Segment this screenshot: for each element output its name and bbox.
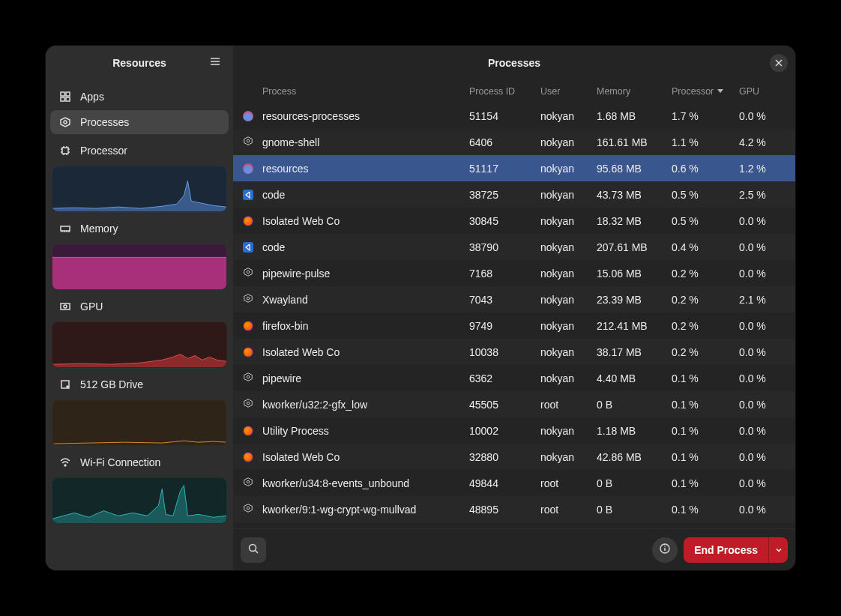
ram-icon xyxy=(59,223,71,235)
grid-icon xyxy=(59,91,71,103)
end-process-button[interactable]: End Process xyxy=(684,537,768,563)
table-row[interactable]: Utility Process10002nokyan1.18 MB0.1 %0.… xyxy=(233,417,795,444)
table-row[interactable]: code38725nokyan43.73 MB0.5 %2.5 % xyxy=(233,181,795,208)
main-header: Processes xyxy=(233,46,795,80)
process-gpu: 0.0 % xyxy=(739,451,792,463)
table-row[interactable]: kworker/9:1-wg-crypt-wg-mullvad48895root… xyxy=(233,496,795,522)
process-memory: 95.68 MB xyxy=(597,163,672,175)
process-gpu: 2.5 % xyxy=(739,189,792,201)
process-pid: 6406 xyxy=(469,136,540,148)
process-memory: 0 B xyxy=(597,399,672,411)
sidebar: Resources Apps Processes xyxy=(46,46,233,570)
svg-rect-26 xyxy=(61,304,70,309)
sidebar-item-gpu[interactable]: GPU xyxy=(50,295,229,368)
process-cpu: 0.4 % xyxy=(672,241,739,253)
process-memory: 42.86 MB xyxy=(597,451,672,463)
column-processor[interactable]: Processor xyxy=(672,86,739,97)
process-cpu: 1.7 % xyxy=(672,110,739,122)
process-gpu: 0.0 % xyxy=(739,346,792,358)
close-button[interactable] xyxy=(770,54,788,72)
end-process-split-button: End Process xyxy=(684,537,788,563)
process-memory: 15.06 MB xyxy=(597,268,672,280)
column-user[interactable]: User xyxy=(540,86,597,97)
svg-marker-48 xyxy=(244,504,253,513)
menu-button[interactable] xyxy=(205,52,226,73)
process-pid: 7168 xyxy=(469,268,540,280)
svg-marker-46 xyxy=(244,478,253,486)
firefox-icon xyxy=(243,216,253,226)
svg-marker-28 xyxy=(52,354,226,367)
sidebar-item-drive[interactable]: 512 GB Drive xyxy=(50,372,229,446)
sidebar-label: Apps xyxy=(80,91,104,103)
gpu-chart xyxy=(52,321,227,368)
table-row[interactable]: gnome-shell6406nokyan161.61 MB1.1 %4.2 % xyxy=(233,129,795,155)
column-gpu[interactable]: GPU xyxy=(739,86,792,97)
process-pid: 45505 xyxy=(469,399,540,411)
table-row[interactable]: kworker/u34:8-events_unbound49844root0 B… xyxy=(233,470,795,496)
end-process-dropdown[interactable] xyxy=(768,537,788,563)
table-header: Process Process ID User Memory Processor… xyxy=(233,80,795,103)
firefox-icon xyxy=(243,452,253,462)
table-row[interactable]: resources51117nokyan95.68 MB0.6 %1.2 % xyxy=(233,155,795,181)
process-memory: 23.39 MB xyxy=(597,294,672,306)
process-pid: 38790 xyxy=(469,241,540,253)
process-pid: 51154 xyxy=(469,110,540,122)
process-cpu: 0.2 % xyxy=(672,346,739,358)
sidebar-title: Resources xyxy=(112,57,166,69)
table-row[interactable]: Xwayland7043nokyan23.39 MB0.2 %2.1 % xyxy=(233,286,795,312)
app-window: Resources Apps Processes xyxy=(46,46,795,570)
vscode-icon xyxy=(243,242,253,253)
process-gpu: 0.0 % xyxy=(739,477,792,489)
process-name: resources-processes xyxy=(262,110,469,122)
metric-label: Wi-Fi Connection xyxy=(80,456,160,468)
firefox-icon xyxy=(243,321,253,331)
table-row[interactable]: firefox-bin9749nokyan212.41 MB0.2 %0.0 % xyxy=(233,312,795,339)
process-gpu: 0.0 % xyxy=(739,504,792,516)
process-memory: 0 B xyxy=(597,504,672,516)
table-row[interactable]: Isolated Web Co32880nokyan42.86 MB0.1 %0… xyxy=(233,444,795,470)
process-cpu: 0.1 % xyxy=(672,372,739,384)
chip-icon xyxy=(59,145,71,157)
table-row[interactable]: code38790nokyan207.61 MB0.4 %0.0 % xyxy=(233,234,795,260)
sidebar-item-memory[interactable]: Memory xyxy=(50,217,229,290)
sidebar-item-wifi[interactable]: Wi-Fi Connection xyxy=(50,450,229,524)
column-memory[interactable]: Memory xyxy=(597,86,672,97)
table-row[interactable]: resources-processes51154nokyan1.68 MB1.7… xyxy=(233,103,795,129)
process-cpu: 0.1 % xyxy=(672,425,739,437)
gear-icon xyxy=(243,477,253,489)
sidebar-body: Apps Processes Processor xyxy=(46,80,233,570)
table-row[interactable]: pipewire6362nokyan4.40 MB0.1 %0.0 % xyxy=(233,365,795,391)
bottom-bar: End Process xyxy=(233,528,795,570)
process-user: nokyan xyxy=(540,451,597,463)
main-panel: Processes Process Process ID User Memory… xyxy=(233,46,795,570)
process-cpu: 0.2 % xyxy=(672,294,739,306)
sidebar-item-processes[interactable]: Processes xyxy=(50,110,229,134)
process-table-body: resources-processes51154nokyan1.68 MB1.7… xyxy=(233,103,795,528)
column-pid[interactable]: Process ID xyxy=(469,86,540,97)
search-button[interactable] xyxy=(241,537,266,563)
memory-chart xyxy=(52,244,227,290)
sidebar-item-apps[interactable]: Apps xyxy=(50,85,229,109)
process-memory: 212.41 MB xyxy=(597,320,672,332)
table-row[interactable]: pipewire-pulse7168nokyan15.06 MB0.2 %0.0… xyxy=(233,260,795,286)
svg-rect-5 xyxy=(61,97,64,101)
svg-marker-36 xyxy=(244,137,253,145)
svg-point-49 xyxy=(247,507,250,510)
svg-point-47 xyxy=(247,480,250,483)
svg-point-45 xyxy=(247,402,250,405)
table-row[interactable]: Isolated Web Co30845nokyan18.32 MB0.5 %0… xyxy=(233,208,795,234)
process-name: firefox-bin xyxy=(262,320,469,332)
process-name: resources xyxy=(262,163,469,175)
info-button[interactable] xyxy=(652,537,678,563)
process-cpu: 0.1 % xyxy=(672,399,739,411)
table-row[interactable]: kworker/u32:2-gfx_low45505root0 B0.1 %0.… xyxy=(233,391,795,417)
sidebar-header: Resources xyxy=(46,46,233,80)
column-process[interactable]: Process xyxy=(262,86,469,97)
table-row[interactable]: Isolated Web Co10038nokyan38.17 MB0.2 %0… xyxy=(233,339,795,365)
sidebar-item-processor[interactable]: Processor xyxy=(50,139,229,212)
process-cpu: 0.5 % xyxy=(672,189,739,201)
wifi-chart xyxy=(52,477,227,524)
svg-point-41 xyxy=(247,297,250,300)
process-user: nokyan xyxy=(540,320,597,332)
process-pid: 49844 xyxy=(469,477,540,489)
